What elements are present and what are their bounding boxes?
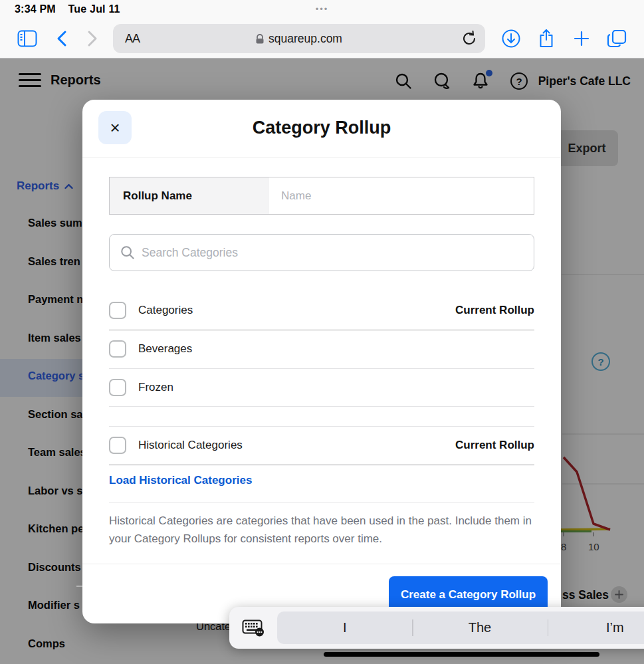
keyboard-suggestion-bar: I The I’m bbox=[229, 607, 644, 649]
category-rollup-modal: × Category Rollup Rollup Name Categories… bbox=[82, 100, 561, 623]
share-icon[interactable] bbox=[535, 28, 558, 49]
status-bar: 3:34 PM Tue Jul 11 ••• bbox=[0, 0, 644, 19]
back-button[interactable] bbox=[51, 28, 73, 49]
category-row-frozen[interactable]: Frozen bbox=[109, 368, 534, 407]
forward-button[interactable] bbox=[81, 28, 104, 49]
divider bbox=[109, 465, 534, 465]
current-rollup-badge: Current Rollup bbox=[455, 304, 534, 317]
new-tab-icon[interactable] bbox=[570, 28, 593, 49]
modal-title: Category Rollup bbox=[82, 118, 561, 138]
suggestion-3[interactable]: I’m bbox=[548, 611, 644, 644]
checkbox[interactable] bbox=[109, 437, 126, 454]
suggestion-1[interactable]: I bbox=[277, 611, 412, 644]
rollup-name-field: Rollup Name bbox=[109, 177, 534, 215]
tabs-icon[interactable] bbox=[605, 28, 628, 49]
url-text: squareup.com bbox=[113, 32, 485, 46]
search-categories-input[interactable] bbox=[142, 246, 534, 260]
lock-icon bbox=[256, 34, 264, 44]
search-categories-box bbox=[109, 234, 534, 271]
rollup-name-input[interactable] bbox=[269, 177, 534, 214]
checkbox[interactable] bbox=[109, 302, 126, 319]
divider bbox=[82, 158, 561, 158]
reload-icon[interactable] bbox=[461, 30, 477, 50]
sidebar-toggle-icon[interactable] bbox=[16, 28, 39, 49]
downloads-icon[interactable] bbox=[500, 28, 522, 49]
multitask-handle[interactable]: ••• bbox=[0, 4, 644, 14]
category-row-beverages[interactable]: Beverages bbox=[109, 330, 534, 368]
ipad-screen: 3:34 PM Tue Jul 11 ••• AA squareup.com bbox=[0, 0, 644, 664]
checkbox[interactable] bbox=[109, 379, 126, 396]
divider bbox=[109, 406, 534, 407]
keyboard-settings-icon[interactable] bbox=[229, 619, 277, 637]
category-row-historical[interactable]: Historical Categories Current Rollup bbox=[109, 426, 534, 465]
suggestion-2[interactable]: The bbox=[412, 611, 547, 644]
search-icon bbox=[120, 245, 135, 260]
load-historical-link[interactable]: Load Historical Categories bbox=[109, 474, 252, 487]
suggestion-strip: I The I’m bbox=[277, 611, 644, 644]
historical-description: Historical Categories are categories tha… bbox=[109, 512, 534, 548]
category-row-categories[interactable]: Categories Current Rollup bbox=[109, 291, 534, 330]
safari-toolbar: AA squareup.com bbox=[0, 19, 644, 58]
url-bar[interactable]: AA squareup.com bbox=[113, 24, 485, 53]
checkbox[interactable] bbox=[109, 340, 126, 358]
rollup-name-label: Rollup Name bbox=[110, 177, 269, 214]
divider bbox=[109, 502, 534, 502]
current-rollup-badge: Current Rollup bbox=[455, 439, 534, 452]
divider bbox=[82, 564, 561, 564]
